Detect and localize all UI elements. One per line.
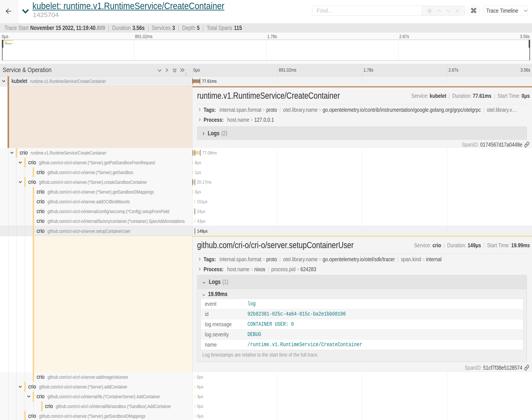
scope-icon[interactable] — [427, 8, 433, 14]
span-row-timeline-cell[interactable]: 43μs — [192, 216, 532, 226]
span-row-timeline-cell[interactable]: 6μs — [192, 382, 532, 392]
span-row-timeline-cell[interactable]: 8μs — [192, 158, 532, 167]
span-row-timeline-cell[interactable]: 3μs — [192, 392, 532, 401]
span-row-name-cell[interactable]: criogithub.com/cri-o/cri-o/server.(*Serv… — [0, 411, 192, 420]
span-children-toggle-icon[interactable] — [19, 181, 22, 183]
span-duration-bar[interactable] — [195, 395, 195, 398]
span-row-name-cell[interactable]: criogithub.com/cri-o/cri-o/internal/lib/… — [0, 401, 192, 411]
find-input[interactable] — [312, 6, 422, 15]
span-duration-bar[interactable] — [193, 79, 200, 83]
span-row[interactable]: criogithub.com/cri-o/cri-o/server.(*Serv… — [0, 187, 532, 197]
span-row-name-cell[interactable]: criogithub.com/cri-o/cri-o/server.(*Serv… — [0, 167, 192, 177]
span-row-timeline-cell[interactable]: 1μs — [192, 167, 532, 177]
detail-process-row[interactable]: Process:host.name=nixos|process.pid=6242… — [199, 266, 532, 273]
span-row-name-cell[interactable]: criogithub.com/cri-o/cri-o/server.(*Serv… — [0, 382, 192, 392]
span-row-name-cell[interactable]: criogithub.com/cri-o/cri-o/server.addOCI… — [0, 197, 192, 207]
span-row-timeline-cell[interactable]: 0μs — [192, 401, 532, 411]
span-duration-bar[interactable] — [195, 414, 195, 418]
trace-collapse-toggle[interactable] — [22, 9, 29, 14]
span-duration-bar[interactable] — [193, 151, 200, 155]
span-children-toggle-icon[interactable] — [19, 386, 22, 388]
span-duration-bar[interactable] — [195, 219, 195, 223]
span-row[interactable]: criogithub.com/cri-o/cri-o/server.(*Serv… — [0, 411, 532, 420]
keyboard-shortcuts-button[interactable]: ⌘ — [468, 6, 480, 16]
span-duration-bar[interactable] — [193, 161, 193, 164]
span-row-name-cell[interactable]: criogithub.com/cri-o/cri-o/server.addIma… — [0, 372, 192, 382]
span-row[interactable]: crioruntime.v1.RuntimeService/CreateCont… — [0, 148, 532, 158]
collapse-all-icon[interactable] — [173, 68, 177, 73]
span-row-name-cell[interactable]: crioruntime.v1.RuntimeService/CreateCont… — [0, 148, 192, 158]
span-row-timeline-cell[interactable]: 24μs — [192, 207, 532, 216]
log-entry-header[interactable]: 19.99ms — [198, 289, 526, 299]
clear-find-icon[interactable] — [455, 8, 460, 13]
summary-item-label: Total Spans — [207, 25, 232, 31]
logs-accordion[interactable]: Logs(2) — [197, 126, 527, 140]
minimap-scrubber-right-grip[interactable] — [529, 40, 530, 48]
span-row[interactable]: criogithub.com/cri-o/cri-o/server.setupC… — [0, 226, 532, 236]
expand-all-icon[interactable] — [180, 68, 185, 72]
trace-title-link[interactable]: kubelet: runtime.v1.RuntimeService/Creat… — [32, 1, 224, 11]
span-row-timeline-cell[interactable]: 149μs — [192, 226, 532, 236]
span-duration-bar[interactable] — [193, 190, 193, 194]
minimap-scrubber-left-grip[interactable] — [2, 40, 3, 48]
span-children-toggle-icon[interactable] — [27, 395, 31, 398]
span-row-timeline-cell[interactable]: 77.61ms — [192, 76, 532, 86]
span-row-timeline-cell[interactable]: 77.08ms — [192, 148, 532, 158]
span-row-name-cell[interactable]: criogithub.com/cri-o/cri-o/server.(*Serv… — [0, 158, 192, 167]
span-duration-bar[interactable] — [195, 375, 195, 379]
span-row[interactable]: criogithub.com/cri-o/cri-o/internal/conf… — [0, 207, 532, 216]
span-row[interactable]: criogithub.com/cri-o/cri-o/server.(*Serv… — [0, 177, 532, 187]
find-prev-icon[interactable] — [436, 9, 442, 13]
span-row-name-cell[interactable]: criogithub.com/cri-o/cri-o/server.(*Serv… — [0, 177, 192, 187]
span-row[interactable]: criogithub.com/cri-o/cri-o/internal/fact… — [0, 216, 532, 226]
span-row[interactable]: criogithub.com/cri-o/cri-o/server.(*Serv… — [0, 158, 532, 167]
span-row[interactable]: criogithub.com/cri-o/cri-o/server.addIma… — [0, 372, 532, 382]
minimap-canvas[interactable] — [2, 40, 530, 60]
logs-accordion-header[interactable]: Logs(2) — [197, 127, 527, 140]
detail-service-value: kubelet — [430, 92, 446, 99]
trace-view-selector[interactable]: Trace Timeline — [483, 6, 528, 16]
detail-tags-row[interactable]: Tags:internal.span.format=proto|otel.lib… — [199, 256, 532, 263]
copy-link-icon[interactable] — [524, 365, 529, 371]
span-duration-label: 1μs — [195, 167, 201, 177]
span-row[interactable]: criogithub.com/cri-o/cri-o/server.addOCI… — [0, 197, 532, 207]
span-row-name-cell[interactable]: criogithub.com/cri-o/cri-o/server.setupC… — [0, 226, 192, 236]
span-duration-bar[interactable] — [195, 405, 195, 408]
detail-color-bar — [33, 236, 34, 372]
detail-process-row[interactable]: Process:host.name=127.0.0.1 — [199, 116, 532, 124]
span-duration-bar[interactable] — [194, 200, 195, 203]
span-row-name-cell[interactable]: criogithub.com/cri-o/cri-o/internal/lib.… — [0, 392, 192, 401]
span-row-name-cell[interactable]: criogithub.com/cri-o/cri-o/internal/fact… — [0, 216, 192, 226]
detail-tags-row[interactable]: Tags:internal.span.format=proto|otel.lib… — [199, 106, 532, 114]
span-row-timeline-cell[interactable]: 0μs — [192, 187, 532, 197]
span-row[interactable]: criogithub.com/cri-o/cri-o/internal/lib/… — [0, 401, 532, 411]
back-button[interactable] — [0, 0, 18, 23]
span-duration-bar[interactable] — [193, 170, 193, 174]
span-row-timeline-cell[interactable]: 151μs — [192, 197, 532, 207]
span-row-timeline-cell[interactable]: 20.17ms — [192, 177, 532, 187]
service-operation-header: Service & Operation — [3, 66, 51, 74]
logs-accordion[interactable]: Logs(1)19.99mseventlogid92b82381-025c-4a… — [197, 275, 527, 362]
find-next-icon[interactable] — [446, 9, 452, 13]
copy-link-icon[interactable] — [524, 141, 529, 148]
span-duration-label: 77.61ms — [202, 76, 217, 86]
span-duration-bar[interactable] — [195, 385, 196, 389]
span-row[interactable]: criogithub.com/cri-o/cri-o/internal/lib.… — [0, 392, 532, 401]
expand-one-icon[interactable] — [166, 68, 168, 72]
span-duration-bar[interactable] — [193, 180, 194, 184]
span-row-timeline-cell[interactable]: 0μs — [192, 372, 532, 382]
span-detail-content: runtime.v1.RuntimeService/CreateContaine… — [192, 86, 532, 148]
collapse-one-icon[interactable] — [157, 69, 162, 72]
logs-accordion-header[interactable]: Logs(1) — [197, 275, 527, 288]
span-row-timeline-cell[interactable]: 0μs — [192, 411, 532, 420]
span-row-name-cell[interactable]: criogithub.com/cri-o/cri-o/internal/conf… — [0, 207, 192, 216]
span-row-name-cell[interactable]: criogithub.com/cri-o/cri-o/server.(*Serv… — [0, 187, 192, 197]
span-row-name-cell[interactable]: kubeletruntime.v1.RuntimeService/CreateC… — [0, 76, 192, 86]
span-children-toggle-icon[interactable] — [2, 80, 5, 82]
column-resizer[interactable] — [185, 72, 187, 76]
span-row[interactable]: criogithub.com/cri-o/cri-o/server.(*Serv… — [0, 382, 532, 392]
span-row[interactable]: kubeletruntime.v1.RuntimeService/CreateC… — [0, 76, 532, 86]
span-children-toggle-icon[interactable] — [19, 162, 22, 164]
span-row[interactable]: criogithub.com/cri-o/cri-o/server.(*Serv… — [0, 167, 532, 177]
span-children-toggle-icon[interactable] — [10, 152, 14, 154]
